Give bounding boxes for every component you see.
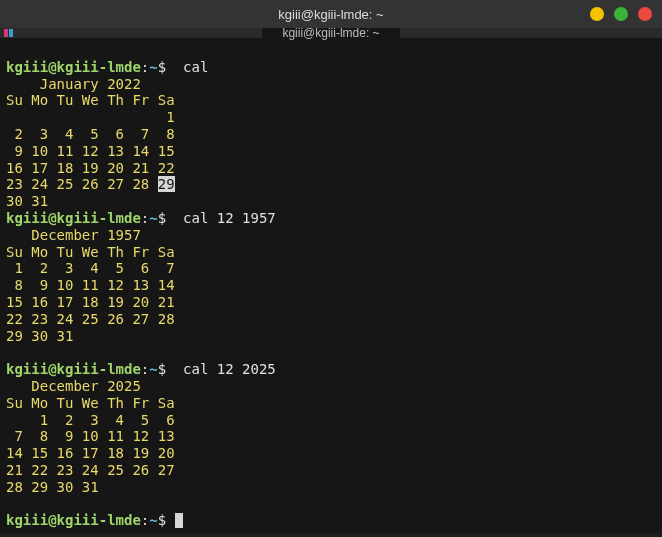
command-text: cal 12 2025 [183, 361, 276, 377]
cal1-row: 2 3 4 5 6 7 8 [6, 126, 175, 142]
prompt-symbol: $ [158, 210, 166, 226]
app-icon [4, 29, 14, 37]
cal3-weekdays: Su Mo Tu We Th Fr Sa [6, 395, 175, 411]
prompt-path: ~ [149, 361, 157, 377]
minimize-button[interactable] [590, 7, 604, 21]
prompt-symbol: $ [158, 361, 166, 377]
close-button[interactable] [638, 7, 652, 21]
prompt-user: kgiii@kgiii-lmde [6, 512, 141, 528]
prompt-path: ~ [149, 59, 157, 75]
terminal-output[interactable]: kgiii@kgiii-lmde:~$ cal January 2022 Su … [0, 38, 662, 533]
prompt-user: kgiii@kgiii-lmde [6, 210, 141, 226]
cal2-row: 15 16 17 18 19 20 21 [6, 294, 175, 310]
cal1-row: 9 10 11 12 13 14 15 [6, 143, 175, 159]
maximize-button[interactable] [614, 7, 628, 21]
cal3-row: 1 2 3 4 5 6 [6, 412, 175, 428]
cal1-weekdays: Su Mo Tu We Th Fr Sa [6, 92, 175, 108]
prompt-path: ~ [149, 210, 157, 226]
window-title: kgiii@kgiii-lmde: ~ [278, 7, 383, 22]
cal1-title: January 2022 [6, 76, 141, 92]
cal1-row: 23 24 25 26 27 28 [6, 176, 158, 192]
cal3-row: 28 29 30 31 [6, 479, 99, 495]
cal2-weekdays: Su Mo Tu We Th Fr Sa [6, 244, 175, 260]
cal3-row: 14 15 16 17 18 19 20 [6, 445, 175, 461]
command-text: cal [183, 59, 208, 75]
cal1-row: 16 17 18 19 20 21 22 [6, 160, 175, 176]
cal3-row: 7 8 9 10 11 12 13 [6, 428, 175, 444]
cursor-block [175, 513, 183, 528]
cal2-row: 1 2 3 4 5 6 7 [6, 260, 175, 276]
prompt-symbol: $ [158, 59, 166, 75]
prompt-user: kgiii@kgiii-lmde [6, 59, 141, 75]
cal1-day: 1 [166, 109, 174, 125]
cal2-row: 8 9 10 11 12 13 14 [6, 277, 175, 293]
cal1-row: 30 31 [6, 193, 48, 209]
prompt-symbol: $ [158, 512, 166, 528]
cal1-today: 29 [158, 176, 175, 192]
tab-label: kgiii@kgiii-lmde: ~ [282, 26, 379, 40]
cal3-row: 21 22 23 24 25 26 27 [6, 462, 175, 478]
cal2-title: December 1957 [6, 227, 141, 243]
window-controls [590, 7, 652, 21]
cal2-row: 22 23 24 25 26 27 28 [6, 311, 175, 327]
tab-active[interactable]: kgiii@kgiii-lmde: ~ [262, 28, 399, 38]
prompt-user: kgiii@kgiii-lmde [6, 361, 141, 377]
prompt-path: ~ [149, 512, 157, 528]
cal2-row: 29 30 31 [6, 328, 73, 344]
command-text: cal 12 1957 [183, 210, 276, 226]
window-titlebar: kgiii@kgiii-lmde: ~ [0, 0, 662, 28]
tab-bar: kgiii@kgiii-lmde: ~ [0, 28, 662, 38]
cal3-title: December 2025 [6, 378, 141, 394]
cal1-row [6, 109, 166, 125]
